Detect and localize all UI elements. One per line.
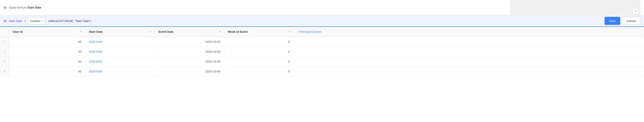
cell-formula-add	[294, 47, 644, 56]
col-label-user-id: User Id	[13, 30, 23, 34]
cell-week-of-event: 0	[224, 47, 294, 56]
formula-equals: =	[24, 19, 26, 23]
col-label-start-date: Start Date	[89, 30, 103, 34]
formula-field-name: Start Date	[9, 19, 22, 23]
row-number: 3	[0, 56, 9, 66]
custom-tag-close-icon[interactable]: ×	[42, 20, 43, 22]
expand-button[interactable]: ▾	[632, 8, 638, 14]
data-table: User Id ▾ Start Date ▾ Event Date	[0, 27, 644, 122]
formula-expression[interactable]: strftime('%Y-W%W', "Start Date")	[47, 19, 602, 23]
cell-user-id: 45	[9, 66, 85, 76]
cell-start-date: 2020-W40	[85, 56, 154, 66]
cancel-button[interactable]: Cancel	[622, 17, 640, 25]
col-header-week-of-event[interactable]: Week of Event ▾	[224, 27, 294, 37]
add-formula-label: + Formula Column	[297, 30, 321, 34]
col-sort-icon-user-id: ▾	[80, 30, 82, 33]
expand-icon: ▾	[635, 10, 636, 12]
cell-user-id: 45	[9, 56, 85, 66]
col-label-event-date: Event Date	[158, 30, 174, 34]
row-number: 2	[0, 47, 9, 56]
col-header-user-id[interactable]: User Id ▾	[9, 27, 85, 37]
cell-user-id: 45	[9, 37, 85, 47]
table-row: 4 45 2020-W40 2020-10-09 0	[0, 66, 644, 76]
save-button[interactable]: Save	[604, 17, 620, 25]
table-header-row: User Id ▾ Start Date ▾ Event Date	[0, 27, 644, 37]
cell-start-date: 2020-W40	[85, 37, 154, 47]
row-number: 1	[0, 37, 9, 47]
table-row: 1 45 2020-W40 2020-10-05 0	[0, 37, 644, 47]
cell-formula-add	[294, 56, 644, 66]
fx-icon: fx	[4, 19, 6, 23]
top-formula-text: Apply formula Start Date	[9, 6, 508, 9]
cell-user-id: 45	[9, 47, 85, 56]
col-header-event-date[interactable]: Event Date ▾	[154, 27, 224, 37]
cell-event-date: 2020-10-09	[154, 66, 224, 76]
cell-week-of-event: 0	[224, 66, 294, 76]
formula-edit-bar: fx Start Date = Custom × strftime('%Y-W%…	[0, 15, 644, 27]
cell-event-date: 2020-10-06	[154, 47, 224, 56]
cell-event-date: 2020-10-05	[154, 37, 224, 47]
col-header-add-formula[interactable]: + Formula Column	[294, 27, 644, 37]
cell-week-of-event: 0	[224, 37, 294, 47]
row-number: 4	[0, 66, 9, 76]
cell-event-date: 2020-10-08	[154, 56, 224, 66]
cell-start-date: 2020-W40	[85, 66, 154, 76]
table-row: 3 45 2020-W40 2020-10-08 0	[0, 56, 644, 66]
col-sort-icon-start-date: ▾	[150, 30, 151, 33]
formula-actions: Save Cancel	[604, 17, 640, 25]
top-field-name: Start Date	[27, 6, 41, 9]
col-header-start-date[interactable]: Start Date ▾	[85, 27, 154, 37]
custom-tag[interactable]: Custom ×	[28, 17, 45, 24]
fx-icon-top: fx	[4, 6, 6, 10]
col-label-week-of-event: Week of Event	[228, 30, 248, 34]
table-row: 2 45 2020-W40 2020-10-06 0	[0, 47, 644, 56]
cell-start-date: 2020-W40	[85, 47, 154, 56]
custom-tag-label: Custom	[30, 19, 40, 23]
cell-week-of-event: 0	[224, 56, 294, 66]
top-right-panel: ▾	[510, 0, 640, 15]
col-sort-icon-event-date: ▾	[219, 30, 220, 33]
cell-formula-add	[294, 37, 644, 47]
top-formula-bar: fx Apply formula Start Date ▾	[0, 0, 644, 15]
main-container: fx Apply formula Start Date ▾ fx Start D…	[0, 0, 644, 122]
apply-text: Apply formula	[9, 6, 26, 9]
col-sort-icon-week-of-event: ▾	[289, 30, 290, 33]
row-num-header	[0, 27, 9, 37]
cell-formula-add	[294, 66, 644, 76]
